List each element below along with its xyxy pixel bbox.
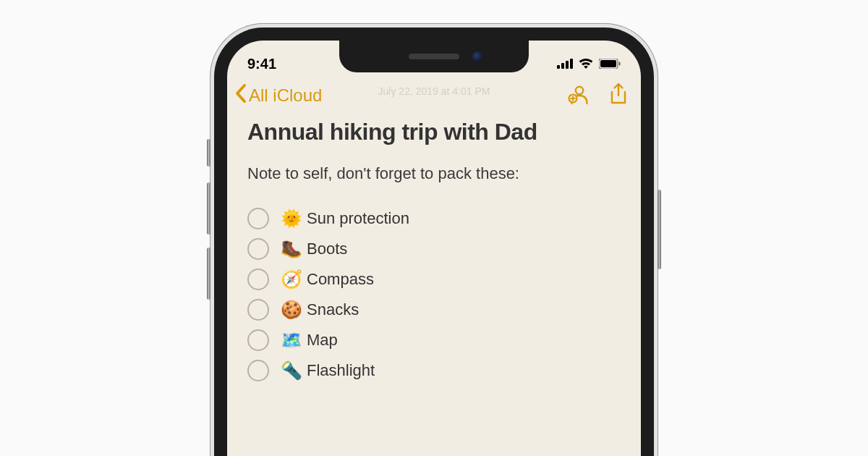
status-time: 9:41 <box>247 56 276 72</box>
phone-frame: 9:41 July 22, 2019 at 4:01 PM <box>210 23 658 456</box>
emoji-icon: 🧭 <box>281 269 302 290</box>
speaker-grille <box>409 54 459 59</box>
svg-rect-0 <box>557 65 560 69</box>
cellular-signal-icon <box>557 59 573 69</box>
wifi-icon <box>578 58 594 69</box>
svg-rect-1 <box>561 63 564 69</box>
item-label: Compass <box>307 270 374 289</box>
volume-down-button <box>207 248 210 300</box>
svg-rect-3 <box>570 59 573 69</box>
side-button <box>658 190 661 269</box>
svg-rect-2 <box>566 61 569 69</box>
svg-rect-5 <box>600 60 616 67</box>
note-timestamp: July 22, 2019 at 4:01 PM <box>378 85 490 97</box>
share-icon[interactable] <box>609 83 628 109</box>
mute-switch <box>207 139 210 166</box>
checkbox-icon[interactable] <box>247 238 269 260</box>
list-item[interactable]: 🗺️Map <box>247 329 621 351</box>
emoji-icon: 🍪 <box>281 300 302 320</box>
list-item[interactable]: 🍪Snacks <box>247 299 621 321</box>
checkbox-icon[interactable] <box>247 360 269 381</box>
nav-bar: All iCloud <box>227 78 641 116</box>
note-content[interactable]: Annual hiking trip with Dad Note to self… <box>227 116 641 381</box>
checkbox-icon[interactable] <box>247 269 269 290</box>
checkbox-icon[interactable] <box>247 299 269 321</box>
svg-point-7 <box>576 87 583 94</box>
chevron-left-icon <box>234 83 247 108</box>
battery-icon <box>599 59 621 69</box>
item-label: Sun protection <box>307 209 409 228</box>
emoji-icon: 🌞 <box>281 208 302 229</box>
list-item[interactable]: 🥾Boots <box>247 238 621 260</box>
checklist: 🌞Sun protection 🥾Boots 🧭Compass <box>247 208 621 381</box>
volume-up-button <box>207 182 210 235</box>
list-item[interactable]: 🌞Sun protection <box>247 208 621 229</box>
list-item[interactable]: 🔦Flashlight <box>247 360 621 381</box>
emoji-icon: 🔦 <box>281 360 302 381</box>
item-label: Flashlight <box>307 361 375 380</box>
item-label: Boots <box>307 240 347 258</box>
item-label: Map <box>307 331 338 350</box>
screen: 9:41 July 22, 2019 at 4:01 PM <box>227 41 641 456</box>
back-label: All iCloud <box>249 85 322 106</box>
checkbox-icon[interactable] <box>247 208 269 229</box>
checkbox-icon[interactable] <box>247 329 269 351</box>
list-item[interactable]: 🧭Compass <box>247 269 621 290</box>
front-camera <box>472 51 482 62</box>
svg-rect-6 <box>619 62 621 66</box>
notch <box>339 41 529 72</box>
emoji-icon: 🥾 <box>281 239 302 259</box>
emoji-icon: 🗺️ <box>281 330 302 350</box>
note-subtitle: Note to self, don't forget to pack these… <box>247 164 621 183</box>
note-title: Annual hiking trip with Dad <box>247 119 621 145</box>
add-collaborator-icon[interactable] <box>567 83 590 108</box>
item-label: Snacks <box>307 300 359 319</box>
